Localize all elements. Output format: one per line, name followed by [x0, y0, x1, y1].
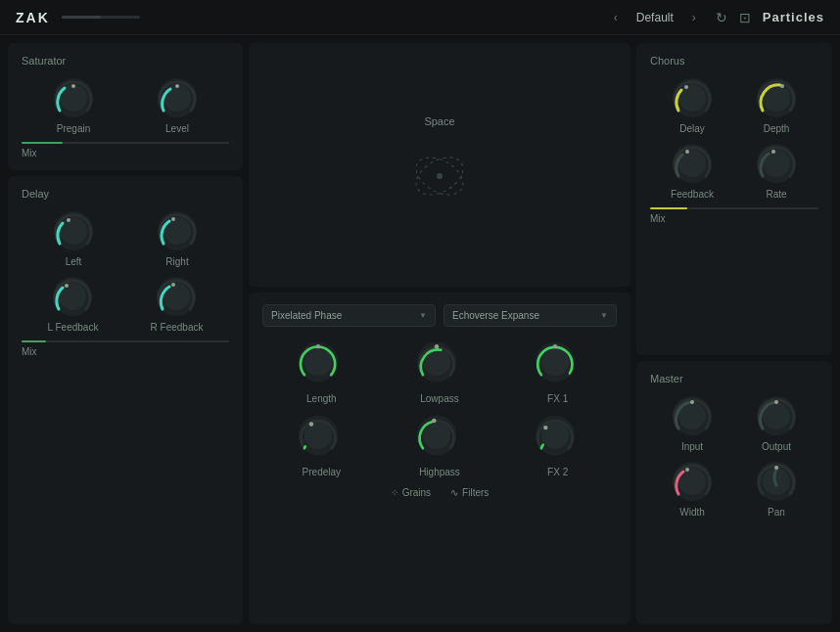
grains-panel: Pixelated Phase ▼ Echoverse Expanse ▼	[249, 293, 630, 624]
filters-icon: ∿	[450, 487, 458, 498]
master-pan-label: Pan	[768, 507, 785, 518]
lowpass-label: Lowpass	[420, 393, 458, 404]
app-logo: ZAK	[16, 10, 50, 25]
chorus-mix-label: Mix	[650, 213, 818, 224]
grains-dropdowns: Pixelated Phase ▼ Echoverse Expanse ▼	[262, 304, 617, 327]
svg-point-5	[175, 84, 179, 88]
delay-lfeedback-label: L Feedback	[48, 322, 99, 333]
chorus-mix-slider[interactable]: Mix	[650, 207, 818, 224]
grains-knob-row1: Length Lowpass	[262, 340, 617, 404]
length-label: Length	[306, 393, 337, 404]
delay-mix-slider[interactable]: Mix	[22, 340, 229, 357]
svg-point-22	[304, 348, 332, 376]
svg-point-53	[690, 400, 694, 404]
svg-point-38	[543, 426, 547, 429]
master-input-label: Input	[681, 441, 703, 452]
delay-rfeedback-label: R Feedback	[151, 322, 204, 333]
master-input-knob[interactable]	[671, 394, 714, 437]
filters-button[interactable]: ∿ Filters	[450, 487, 489, 498]
master-width-knob[interactable]	[671, 460, 714, 503]
topbar: ZAK ‹ Default › ↻ ⊡ Particles	[0, 0, 840, 35]
chorus-rate-label: Rate	[766, 189, 786, 200]
delay-lfeedback-knob[interactable]	[51, 275, 94, 318]
svg-point-34	[423, 422, 450, 449]
delay-right-label: Right	[165, 256, 188, 267]
length-knob[interactable]	[297, 340, 346, 389]
pregain-group: Pregain	[52, 76, 95, 134]
left-column: Saturator Pregain	[8, 43, 243, 624]
grains-knob-row2: Predelay Highpass	[262, 414, 617, 477]
svg-point-47	[685, 150, 689, 154]
topbar-icons: ↻ ⊡	[716, 10, 751, 25]
svg-point-17	[171, 283, 175, 287]
grains-mode-dropdown[interactable]: Echoverse Expanse ▼	[443, 304, 617, 327]
saturator-mix-slider[interactable]: Mix	[22, 142, 229, 158]
grains-footer: ⁘ Grains ∿ Filters	[262, 487, 617, 498]
fx2-knob[interactable]	[534, 414, 583, 463]
fx1-knob[interactable]	[534, 340, 583, 389]
chorus-knob-row1: Delay Depth	[650, 76, 818, 134]
pregain-knob[interactable]	[52, 76, 95, 119]
chorus-rate-group: Rate	[755, 142, 798, 200]
delay-lfeedback-group: L Feedback	[48, 275, 99, 333]
saturator-mix-label: Mix	[22, 148, 229, 158]
center-column: Space Pixelated Phase ▼ Echoverse Expans…	[249, 43, 630, 624]
master-width-label: Width	[679, 507, 705, 518]
chorus-rate-knob[interactable]	[755, 142, 798, 185]
master-knob-row1: Input Output	[650, 394, 818, 452]
chorus-depth-label: Depth	[764, 123, 790, 134]
master-output-label: Output	[762, 441, 791, 452]
svg-point-31	[304, 422, 332, 449]
master-volume-slider[interactable]	[62, 16, 140, 19]
master-panel: Master Input	[636, 361, 832, 624]
master-knob-row2: Width Pan	[650, 460, 818, 518]
master-pan-group: Pan	[755, 460, 798, 518]
fx1-group: FX 1	[534, 340, 583, 404]
right-column: Chorus Delay	[636, 43, 832, 624]
main-layout: Saturator Pregain	[0, 35, 840, 632]
predelay-knob[interactable]	[297, 414, 346, 463]
master-output-knob[interactable]	[755, 394, 798, 437]
saturator-panel: Saturator Pregain	[8, 43, 243, 170]
filters-btn-label: Filters	[462, 487, 489, 498]
save-icon[interactable]: ⊡	[739, 10, 751, 25]
chorus-delay-knob[interactable]	[671, 76, 714, 119]
svg-point-11	[171, 217, 175, 221]
space-orb	[400, 137, 479, 215]
app-title: Particles	[763, 10, 824, 24]
predelay-label: Predelay	[303, 467, 341, 477]
svg-point-44	[780, 84, 784, 88]
level-knob[interactable]	[156, 76, 199, 119]
space-title: Space	[424, 115, 454, 127]
delay-panel: Delay Left	[8, 176, 243, 624]
next-preset-button[interactable]: ›	[692, 11, 696, 24]
svg-point-7	[60, 217, 87, 245]
svg-point-41	[684, 85, 688, 89]
svg-point-29	[552, 344, 556, 348]
refresh-icon[interactable]: ↻	[716, 10, 727, 25]
delay-left-knob[interactable]	[52, 209, 95, 252]
space-panel: Space	[249, 43, 630, 287]
delay-right-knob[interactable]	[156, 209, 199, 252]
preset-nav: ‹ Default ›	[614, 11, 696, 24]
svg-point-8	[67, 218, 70, 222]
chorus-depth-knob[interactable]	[755, 76, 798, 119]
chorus-feedback-knob[interactable]	[671, 142, 714, 185]
highpass-knob[interactable]	[415, 414, 464, 463]
chorus-depth-group: Depth	[755, 76, 798, 134]
master-output-group: Output	[755, 394, 798, 452]
svg-point-28	[541, 348, 569, 376]
lowpass-group: Lowpass	[415, 340, 464, 404]
predelay-group: Predelay	[297, 414, 346, 477]
lowpass-knob[interactable]	[415, 340, 464, 389]
prev-preset-button[interactable]: ‹	[614, 11, 618, 24]
master-pan-knob[interactable]	[755, 460, 798, 503]
svg-point-56	[774, 400, 778, 404]
chorus-panel: Chorus Delay	[636, 43, 832, 355]
grains-button[interactable]: ⁘ Grains	[391, 487, 431, 498]
saturator-knob-row: Pregain Level	[22, 76, 229, 134]
grains-preset-dropdown[interactable]: Pixelated Phase ▼	[262, 304, 436, 327]
svg-point-35	[432, 419, 436, 423]
fx1-label: FX 1	[547, 393, 568, 404]
delay-rfeedback-knob[interactable]	[155, 275, 198, 318]
